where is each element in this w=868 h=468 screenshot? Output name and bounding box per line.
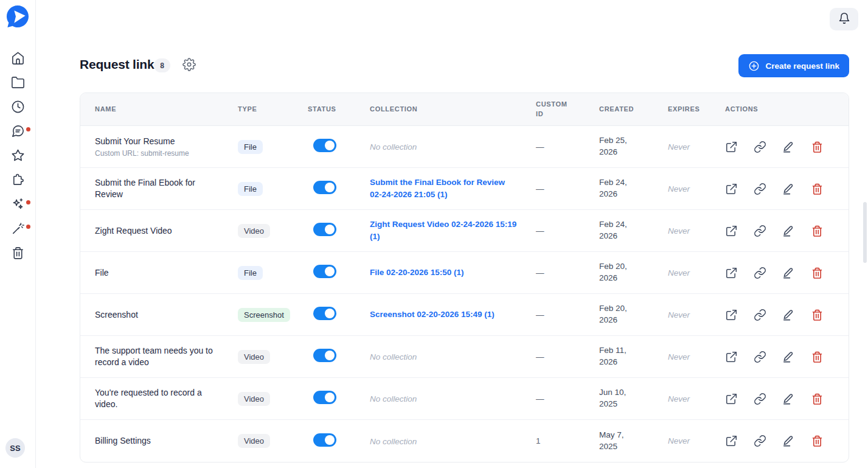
status-toggle[interactable] <box>313 265 336 278</box>
external-link-icon <box>725 309 738 321</box>
delete-button[interactable] <box>811 225 824 237</box>
collection-cell: No collection <box>370 351 536 362</box>
toggle-knob <box>325 225 335 234</box>
copy-link-button[interactable] <box>754 393 766 405</box>
edit-button[interactable] <box>782 393 795 405</box>
column-header-name: Name <box>95 105 238 114</box>
sidebar-item-ai-features[interactable] <box>0 192 36 216</box>
collection-cell: Submit the Final Ebook for Review 02-24-… <box>370 176 536 200</box>
delete-button[interactable] <box>811 309 824 321</box>
edit-button[interactable] <box>782 309 795 321</box>
expires-value: Never <box>668 226 725 236</box>
sidebar-item-folders[interactable] <box>0 70 36 94</box>
sidebar-item-home[interactable] <box>0 46 36 70</box>
custom-id-value: — <box>536 226 599 236</box>
notifications-button[interactable] <box>830 8 858 30</box>
open-button[interactable] <box>725 183 738 195</box>
copy-link-button[interactable] <box>754 309 766 321</box>
copy-link-button[interactable] <box>754 141 766 153</box>
edit-button[interactable] <box>782 225 795 237</box>
toggle-knob <box>325 141 335 150</box>
status-toggle[interactable] <box>313 181 336 194</box>
create-request-link-button[interactable]: Create request link <box>738 54 849 77</box>
request-name: File <box>95 267 229 279</box>
table-row: Screenshot Screenshot Screenshot 02-20-2… <box>80 294 849 336</box>
external-link-icon <box>725 393 738 405</box>
edit-button[interactable] <box>782 141 795 153</box>
trash-red-icon <box>811 435 824 447</box>
gear-icon <box>182 64 196 73</box>
status-toggle[interactable] <box>313 433 336 447</box>
open-button[interactable] <box>725 393 738 405</box>
table-body: Submit Your Resume Custom URL: submit-re… <box>80 126 849 462</box>
copy-link-button[interactable] <box>754 267 766 279</box>
user-avatar[interactable]: SS <box>5 438 25 458</box>
open-button[interactable] <box>725 351 738 363</box>
delete-button[interactable] <box>811 351 824 363</box>
sidebar-nav <box>0 46 36 265</box>
table-row: You're requested to record a video. Vide… <box>80 378 849 420</box>
sidebar-item-integrations[interactable] <box>0 167 36 192</box>
sidebar-item-trash[interactable] <box>0 240 36 265</box>
open-button[interactable] <box>725 435 738 447</box>
delete-button[interactable] <box>811 435 824 447</box>
custom-id-value: — <box>536 142 599 152</box>
sidebar-item-recents[interactable] <box>0 94 36 119</box>
toggle-knob <box>325 351 335 360</box>
edit-button[interactable] <box>782 435 795 447</box>
table-row: The support team needs you to record a v… <box>80 336 849 378</box>
edit-button[interactable] <box>782 267 795 279</box>
edit-icon <box>782 183 795 195</box>
status-toggle[interactable] <box>313 223 336 236</box>
sidebar-item-favorites[interactable] <box>0 143 36 167</box>
delete-button[interactable] <box>811 141 824 153</box>
request-links-settings-button[interactable] <box>182 58 196 72</box>
edit-icon <box>782 435 795 447</box>
delete-button[interactable] <box>811 393 824 405</box>
sidebar-item-comments[interactable] <box>0 119 36 143</box>
notification-dot <box>26 200 30 204</box>
type-badge: Video <box>238 434 270 448</box>
collection-link[interactable]: Zight Request Video 02-24-2026 15:19 (1) <box>370 218 527 242</box>
edit-icon <box>782 351 795 363</box>
request-name: You're requested to record a video. <box>95 387 229 410</box>
expires-value: Never <box>668 310 725 320</box>
edit-button[interactable] <box>782 183 795 195</box>
edit-button[interactable] <box>782 351 795 363</box>
open-button[interactable] <box>725 141 738 153</box>
column-header-collection: Collection <box>370 105 536 114</box>
collection-link[interactable]: File 02-20-2026 15:50 (1) <box>370 267 474 279</box>
request-count-badge: 8 <box>154 58 170 72</box>
status-toggle[interactable] <box>313 391 336 404</box>
collection-link[interactable]: Screenshot 02-20-2026 15:49 (1) <box>370 309 504 321</box>
collection-link[interactable]: Submit the Final Ebook for Review 02-24-… <box>370 176 527 200</box>
status-toggle[interactable] <box>313 307 336 320</box>
scrollbar-thumb[interactable] <box>863 202 867 263</box>
open-button[interactable] <box>725 225 738 237</box>
zight-logo[interactable] <box>5 4 30 29</box>
expires-value: Never <box>668 436 725 445</box>
clock-icon <box>11 100 25 114</box>
no-collection-label: No collection <box>370 437 417 446</box>
copy-link-button[interactable] <box>754 225 766 237</box>
request-name: Zight Request Video <box>95 225 229 237</box>
external-link-icon <box>725 183 738 195</box>
link-icon <box>754 141 766 153</box>
trash-red-icon <box>811 393 824 405</box>
copy-link-button[interactable] <box>754 351 766 363</box>
open-button[interactable] <box>725 267 738 279</box>
delete-button[interactable] <box>811 183 824 195</box>
copy-link-button[interactable] <box>754 183 766 195</box>
status-toggle[interactable] <box>313 139 336 152</box>
copy-link-button[interactable] <box>754 435 766 447</box>
sidebar-item-magic-tools[interactable] <box>0 216 36 240</box>
sparkles-icon <box>11 197 25 211</box>
notification-dot <box>26 127 30 131</box>
bell-icon <box>838 12 850 26</box>
actions-cell <box>725 183 849 195</box>
status-toggle[interactable] <box>313 349 336 362</box>
table-row: Submit Your Resume Custom URL: submit-re… <box>80 126 849 168</box>
open-button[interactable] <box>725 309 738 321</box>
created-date: Feb 20, 2026 <box>599 303 644 326</box>
delete-button[interactable] <box>811 267 824 279</box>
